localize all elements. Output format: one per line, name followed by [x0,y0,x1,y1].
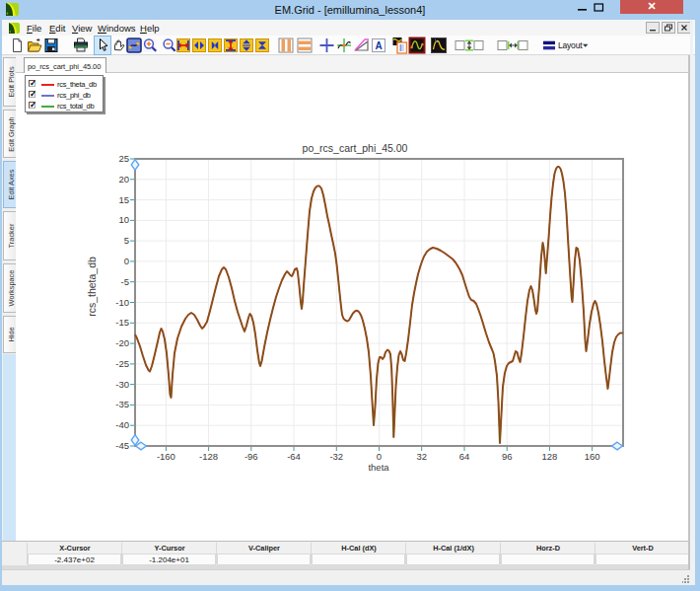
svg-text:64: 64 [459,451,470,462]
svg-text:-64: -64 [287,451,301,462]
svg-text:5: 5 [124,235,129,246]
svg-text:128: 128 [541,451,557,462]
svg-text:-40: -40 [115,419,129,430]
svg-text:-32: -32 [329,451,343,462]
svg-text:rcs_theta_db: rcs_theta_db [86,257,98,317]
svg-text:96: 96 [502,451,513,462]
svg-text:-128: -128 [199,451,218,462]
svg-text:-160: -160 [157,451,175,462]
svg-text:0: 0 [124,256,129,266]
svg-text:-96: -96 [245,451,258,462]
svg-text:-45: -45 [115,440,129,451]
svg-text:po_rcs_cart_phi_45.00: po_rcs_cart_phi_45.00 [303,142,408,154]
svg-text:25: 25 [118,153,129,164]
svg-text:-20: -20 [115,337,129,348]
svg-text:-35: -35 [115,399,129,409]
svg-text:160: 160 [585,451,600,462]
svg-text:0: 0 [377,451,382,462]
svg-text:-25: -25 [115,358,129,369]
svg-text:-10: -10 [115,297,129,308]
svg-text:32: 32 [416,451,427,462]
svg-text:-30: -30 [115,379,129,390]
svg-text:-5: -5 [121,276,129,287]
svg-text:15: 15 [118,194,129,205]
svg-text:theta: theta [368,462,389,473]
svg-text:20: 20 [118,174,129,185]
svg-text:-15: -15 [115,317,129,328]
svg-text:10: 10 [118,214,129,225]
